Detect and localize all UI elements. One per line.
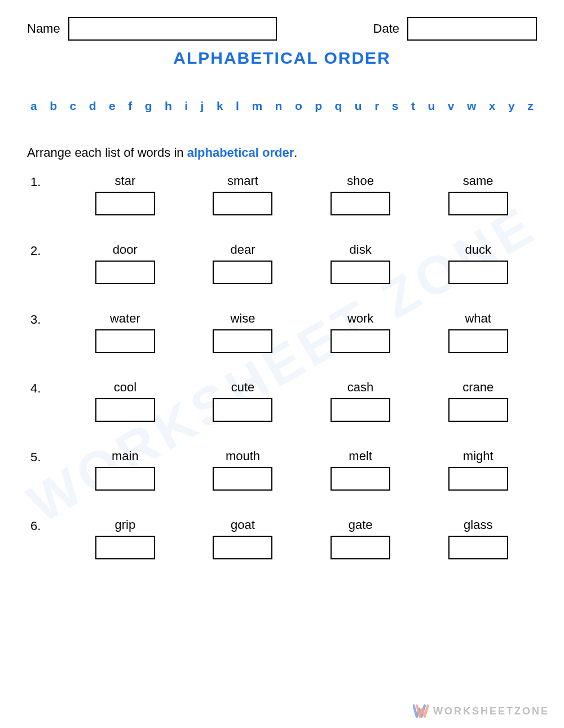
answer-box[interactable] bbox=[448, 398, 508, 422]
alphabet-letter: r bbox=[374, 99, 379, 113]
word-label: shoe bbox=[347, 174, 374, 188]
answer-box[interactable] bbox=[448, 261, 508, 284]
word-label: same bbox=[463, 174, 493, 188]
answer-box[interactable] bbox=[331, 261, 390, 284]
answer-box[interactable] bbox=[448, 329, 508, 353]
word-column: mouth bbox=[184, 449, 302, 491]
answer-box[interactable] bbox=[95, 329, 155, 353]
answer-box[interactable] bbox=[213, 329, 272, 353]
word-column: grip bbox=[67, 518, 184, 559]
word-label: mouth bbox=[226, 449, 260, 464]
alphabet-letter: x bbox=[489, 99, 496, 113]
brand-text: WORKSHEETZONE bbox=[433, 705, 549, 717]
word-label: cool bbox=[114, 380, 136, 395]
word-column: might bbox=[419, 449, 537, 491]
word-column: what bbox=[419, 311, 537, 353]
alphabet-letter: s bbox=[392, 99, 399, 113]
word-label: disk bbox=[350, 242, 372, 257]
answer-box[interactable] bbox=[331, 467, 390, 491]
answer-box[interactable] bbox=[331, 398, 390, 422]
answer-box[interactable] bbox=[213, 467, 272, 491]
word-column: shoe bbox=[302, 174, 420, 215]
answer-box[interactable] bbox=[331, 192, 390, 215]
brand-w-icon bbox=[413, 703, 429, 719]
word-label: cash bbox=[347, 380, 373, 395]
row-number: 1. bbox=[27, 174, 67, 189]
alphabet-letter: e bbox=[109, 99, 116, 113]
word-label: grip bbox=[115, 518, 136, 532]
date-input[interactable] bbox=[407, 17, 537, 41]
instruction-suffix: . bbox=[294, 145, 297, 160]
answer-box[interactable] bbox=[331, 329, 390, 353]
word-column: water bbox=[67, 311, 184, 353]
alphabet-letter: j bbox=[201, 99, 204, 113]
date-label: Date bbox=[373, 21, 399, 36]
word-column: duck bbox=[419, 242, 537, 284]
alphabet-letter: b bbox=[50, 99, 57, 113]
exercise-row: 6.gripgoatgateglass bbox=[27, 518, 537, 559]
answer-box[interactable] bbox=[95, 398, 155, 422]
word-label: what bbox=[465, 311, 491, 326]
word-column: same bbox=[419, 174, 537, 215]
answer-box[interactable] bbox=[448, 192, 508, 215]
word-column: glass bbox=[419, 518, 537, 559]
row-number: 4. bbox=[27, 380, 67, 396]
alphabet-letter: q bbox=[335, 99, 342, 113]
alphabet-letter: d bbox=[89, 99, 96, 113]
alphabet-letter: g bbox=[145, 99, 152, 113]
answer-box[interactable] bbox=[213, 536, 272, 559]
word-column: disk bbox=[302, 242, 420, 284]
alphabet-letter: u bbox=[428, 99, 435, 113]
word-label: goat bbox=[231, 518, 255, 532]
alphabet-letter: z bbox=[527, 99, 534, 113]
word-column: cash bbox=[302, 380, 420, 422]
row-number: 5. bbox=[27, 449, 67, 465]
alphabet-letter: v bbox=[448, 99, 455, 113]
alphabet-letter: t bbox=[411, 99, 415, 113]
word-label: door bbox=[113, 242, 138, 257]
instruction-accent: alphabetical order bbox=[187, 145, 294, 160]
page-title: ALPHABETICAL ORDER bbox=[27, 48, 537, 68]
answer-box[interactable] bbox=[448, 536, 508, 559]
answer-box[interactable] bbox=[95, 467, 155, 491]
name-input[interactable] bbox=[68, 17, 277, 41]
row-number: 2. bbox=[27, 242, 67, 258]
answer-box[interactable] bbox=[213, 192, 272, 215]
word-column: star bbox=[67, 174, 184, 215]
word-label: work bbox=[347, 311, 373, 326]
word-label: main bbox=[112, 449, 139, 464]
row-number: 6. bbox=[27, 518, 67, 533]
exercise-row: 4.coolcutecashcrane bbox=[27, 380, 537, 422]
word-label: gate bbox=[349, 518, 373, 532]
answer-box[interactable] bbox=[95, 261, 155, 284]
alphabet-letter: u bbox=[355, 99, 362, 113]
answer-box[interactable] bbox=[331, 536, 390, 559]
alphabet-letter: p bbox=[315, 99, 322, 113]
word-column: wise bbox=[184, 311, 302, 353]
answer-box[interactable] bbox=[95, 192, 155, 215]
answer-box[interactable] bbox=[213, 261, 272, 284]
answer-box[interactable] bbox=[448, 467, 508, 491]
alphabet-letter: k bbox=[217, 99, 223, 113]
alphabet-letter: l bbox=[236, 99, 239, 113]
exercise-row: 2.doordeardiskduck bbox=[27, 242, 537, 284]
instruction-prefix: Arrange each list of words in bbox=[27, 145, 187, 160]
word-column: gate bbox=[302, 518, 420, 559]
answer-box[interactable] bbox=[213, 398, 272, 422]
alphabet-strip: abcdefghijklmnopqurstuvwxyz bbox=[27, 99, 537, 113]
worksheet-page: Name Date ALPHABETICAL ORDER abcdefghijk… bbox=[0, 0, 564, 609]
header-row: Name Date bbox=[27, 17, 537, 41]
alphabet-letter: w bbox=[467, 99, 476, 113]
word-label: water bbox=[110, 311, 140, 326]
alphabet-letter: i bbox=[184, 99, 188, 113]
word-label: duck bbox=[465, 242, 491, 257]
word-column: goat bbox=[184, 518, 302, 559]
answer-box[interactable] bbox=[95, 536, 155, 559]
exercise-list: 1.starsmartshoesame2.doordeardiskduck3.w… bbox=[27, 174, 537, 559]
word-column: cool bbox=[67, 380, 184, 422]
exercise-row: 3.waterwiseworkwhat bbox=[27, 311, 537, 353]
exercise-row: 1.starsmartshoesame bbox=[27, 174, 537, 215]
word-label: glass bbox=[464, 518, 492, 532]
word-label: might bbox=[463, 449, 493, 464]
name-label: Name bbox=[27, 21, 60, 36]
